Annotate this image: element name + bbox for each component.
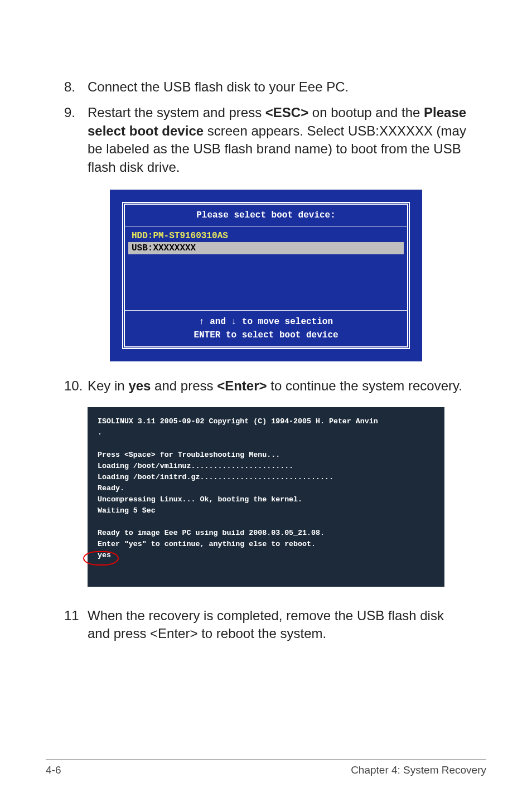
step-number: 10. [64, 377, 88, 395]
step-number: 11 [64, 607, 88, 643]
text-run: to continue the system recovery. [267, 378, 462, 393]
chapter-label: Chapter 4: System Recovery [351, 764, 486, 776]
term-line: Loading /boot/initrd.gz.................… [98, 473, 333, 481]
step-9: 9. Restart the system and press <ESC> on… [64, 104, 468, 176]
step-text: When the recovery is completed, remove t… [88, 607, 468, 643]
boot-device-screenshot: Please select boot device: HDD:PM-ST9160… [110, 190, 422, 361]
boot-frame: Please select boot device: HDD:PM-ST9160… [122, 202, 410, 349]
term-line: . [98, 428, 102, 437]
terminal-output: ISOLINUX 3.11 2005-09-02 Copyright (C) 1… [88, 407, 444, 586]
term-line: ISOLINUX 3.11 2005-09-02 Copyright (C) 1… [98, 417, 378, 426]
step-text: Restart the system and press <ESC> on bo… [88, 104, 468, 176]
text-run: Restart the system and press [88, 105, 265, 120]
page-content: 8. Connect the USB flash disk to your Ee… [0, 0, 532, 642]
step-10: 10. Key in yes and press <Enter> to cont… [64, 377, 468, 395]
bold-run: <ESC> [265, 105, 308, 120]
term-line: Ready to image Eee PC using build 2008.0… [98, 529, 325, 537]
bold-run: yes [128, 378, 151, 393]
boot-row-hdd: HDD:PM-ST9160310AS [128, 230, 404, 242]
boot-footer: ↑ and ↓ to move selection ENTER to selec… [125, 310, 407, 346]
bold-run: <Enter> [217, 378, 267, 393]
boot-row-usb-selected: USB:XXXXXXXX [128, 242, 404, 254]
term-line: Press <Space> for Troubleshooting Menu..… [98, 451, 280, 459]
step-number: 8. [64, 78, 88, 96]
text-run: and press [151, 378, 217, 393]
step-number: 9. [64, 104, 88, 176]
boot-title: Please select boot device: [125, 205, 407, 226]
footer-divider [46, 759, 486, 760]
text-run: Key in [88, 378, 128, 393]
terminal-screenshot: ISOLINUX 3.11 2005-09-02 Copyright (C) 1… [88, 407, 444, 586]
step-8: 8. Connect the USB flash disk to your Ee… [64, 78, 468, 96]
term-line: yes [98, 551, 111, 559]
term-line: Uncompressing Linux... Ok, booting the k… [98, 495, 302, 504]
step-text: Key in yes and press <Enter> to continue… [88, 377, 468, 395]
term-line: Ready. [98, 484, 124, 492]
boot-device-list: HDD:PM-ST9160310AS USB:XXXXXXXX [125, 226, 407, 310]
term-line: Loading /boot/vmlinuz...................… [98, 462, 293, 470]
page-number: 4-6 [46, 764, 61, 776]
step-11: 11 When the recovery is completed, remov… [64, 607, 468, 643]
term-line: Waiting 5 Sec [98, 506, 156, 515]
boot-hint-2: ENTER to select boot device [125, 328, 407, 342]
term-line: Enter "yes" to continue, anything else t… [98, 540, 316, 548]
step-text: Connect the USB flash disk to your Eee P… [88, 78, 468, 96]
text-run: on bootup and the [308, 105, 424, 120]
page-footer: 4-6 Chapter 4: System Recovery [46, 764, 486, 776]
boot-hint-1: ↑ and ↓ to move selection [125, 315, 407, 328]
